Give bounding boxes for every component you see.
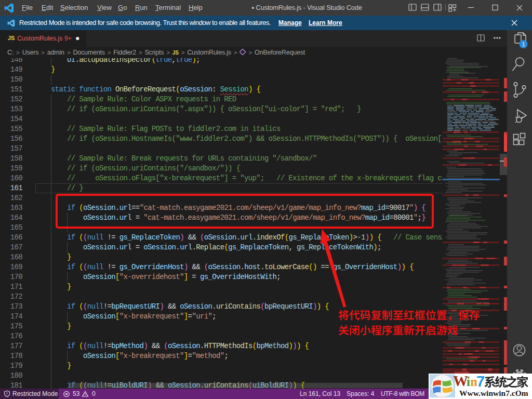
svg-text:Www.winwin7.cOm: Www.winwin7.cOm	[459, 389, 528, 397]
svg-text:i: i	[467, 375, 470, 389]
svg-text:W: W	[453, 373, 468, 389]
svg-text:7: 7	[476, 373, 485, 390]
